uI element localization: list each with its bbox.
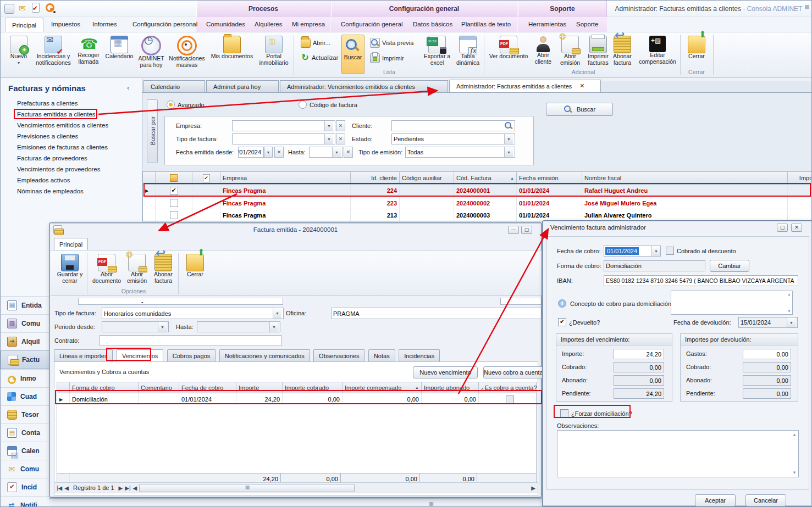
incidencias-notificaciones-button[interactable]: Incidencias y notificaciones: [34, 36, 73, 66]
tab-incidencias[interactable]: Incidencias: [399, 349, 440, 362]
abonado-devolucion-input[interactable]: 0,00: [743, 375, 791, 386]
chevron-down-icon[interactable]: ▼: [651, 246, 660, 256]
cancelar-button[interactable]: Cancelar: [745, 494, 786, 506]
doc-tab-adminet-hoy[interactable]: Adminet para hoy: [206, 80, 279, 92]
fecha-desde-input[interactable]: 01/01/2024: [238, 147, 264, 158]
ribbon-tab-mi-empresa[interactable]: Mi empresa: [285, 17, 332, 31]
abrir-emision-button[interactable]: Abrir emisión: [557, 36, 583, 66]
navigator-scrollbar-thumb[interactable]: [139, 484, 355, 492]
ribbon-tab-soporte[interactable]: Soporte: [570, 17, 605, 31]
sidebar-item-facturas-proveedores[interactable]: Facturas de proveedores: [17, 154, 87, 163]
empresa-clear-button[interactable]: ✕: [336, 120, 345, 131]
chevron-down-icon[interactable]: ▼: [273, 308, 281, 319]
sidebar-item-prefacturas[interactable]: Prefacturas a clientes: [17, 99, 78, 108]
last-record-icon[interactable]: ▶|: [125, 485, 130, 491]
fecha-desde-clear-button[interactable]: ✕: [274, 147, 284, 158]
chevron-down-icon[interactable]: ▼: [324, 121, 333, 131]
ribbon-tab-herramientas[interactable]: Herramientas: [522, 17, 573, 31]
row-checkbox[interactable]: [156, 197, 192, 209]
buscar-por-side-tab[interactable]: Buscar por: [147, 99, 158, 163]
scroll-up-icon[interactable]: ▲: [787, 292, 791, 296]
tab-observaciones[interactable]: Observaciones: [313, 349, 364, 362]
table-row[interactable]: Fincas Pragma 213 2024000003 01/01/2024 …: [142, 209, 812, 221]
abrir-button[interactable]: Abrir...: [301, 38, 330, 48]
pendiente-input[interactable]: 24,20: [614, 388, 664, 399]
tab-notificaciones[interactable]: Notificaciones y comunicados: [219, 349, 310, 362]
abonar-factura-button[interactable]: Abonar factura: [609, 36, 636, 66]
contrato-input[interactable]: [100, 335, 281, 346]
portal-inmobiliario-button[interactable]: Portal inmobiliario: [257, 36, 291, 66]
doc-tab-calendario[interactable]: Calendario: [143, 80, 205, 92]
nuevo-button[interactable]: Nuevo▼: [5, 36, 32, 66]
abonar-factura-button[interactable]: Abonar factura: [151, 254, 176, 284]
mis-documentos-button[interactable]: Mis documentos: [208, 36, 256, 60]
col-codigo-auxiliar[interactable]: Código auxiliar: [400, 172, 454, 184]
cobrado-devolucion-input[interactable]: 0,00: [743, 362, 791, 372]
tasks-quick-icon[interactable]: ✔: [32, 3, 40, 13]
chevron-down-icon[interactable]: ▼: [504, 134, 513, 144]
notifications-quick-icon[interactable]: [46, 3, 54, 12]
abrir-emision-button[interactable]: Abrir emisión: [124, 254, 150, 284]
doc-tab-facturas-emitidas[interactable]: Administrador: Facturas emitidas a clien…: [449, 80, 601, 92]
pendiente-devolucion-input[interactable]: 0,00: [743, 388, 791, 399]
oficina-combo[interactable]: PRAGMA: [331, 308, 542, 319]
next-record-icon[interactable]: ▶: [119, 485, 123, 491]
ribbon-tab-impuestos[interactable]: Impuestos: [45, 17, 87, 31]
importe-input[interactable]: 24,20: [614, 349, 664, 359]
vista-previa-button[interactable]: Vista previa: [370, 38, 413, 48]
dialog-titlebar[interactable]: Factura emitida - 2024000001 — ▢: [49, 223, 542, 237]
chevron-down-icon[interactable]: ▼: [324, 134, 333, 144]
sidebar-item-emisiones[interactable]: Emisiones de facturas a clientes: [17, 143, 108, 152]
scroll-down-icon[interactable]: ▼: [787, 309, 791, 313]
ribbon-tab-configuracion-personal[interactable]: Configuración personal: [126, 17, 204, 31]
tabla-dinamica-button[interactable]: Tabla dinámica: [454, 36, 482, 66]
fecha-devolucion-input[interactable]: 15/01/2024▼: [738, 317, 798, 328]
hasta-clear-button[interactable]: ✕: [344, 147, 353, 158]
sidebar-item-previsiones[interactable]: Previsiones a clientes: [17, 132, 78, 141]
chevron-down-icon[interactable]: ▼: [504, 147, 513, 157]
empresa-combo[interactable]: ▼: [232, 120, 335, 131]
tab-lineas-importes[interactable]: Líneas e importes: [54, 349, 113, 362]
cerrar-dialog-toolbar-button[interactable]: Cerrar: [183, 254, 208, 278]
chevron-down-icon[interactable]: ▼: [332, 147, 341, 157]
sidebar-item-nominas[interactable]: Nóminas de empleados: [17, 187, 84, 196]
maximize-icon[interactable]: ▢: [521, 226, 532, 234]
row-checkbox[interactable]: [156, 209, 192, 221]
imprimir-button[interactable]: Imprimir: [370, 53, 404, 63]
ribbon-tab-informes[interactable]: Informes: [86, 17, 124, 31]
app-menu-icon[interactable]: [4, 4, 14, 14]
col-fecha-emision[interactable]: Fecha emisión: [517, 172, 582, 184]
scroll-up-icon[interactable]: ▲: [792, 432, 797, 437]
aceptar-button[interactable]: Aceptar: [695, 494, 736, 506]
observaciones-textarea[interactable]: ▲ ▼: [557, 430, 799, 477]
restore-icon[interactable]: ▢: [777, 224, 788, 232]
buscar-button[interactable]: Buscar: [546, 103, 613, 116]
ribbon-tab-alquileres[interactable]: Alquileres: [248, 17, 289, 31]
close-tab-icon[interactable]: ✕: [579, 82, 584, 90]
tipo-factura-combo[interactable]: ▼: [232, 133, 335, 144]
select-all-header[interactable]: [156, 172, 192, 184]
nuevo-cobro-button[interactable]: Nuevo cobro a cuenta: [483, 366, 544, 378]
cambiar-button[interactable]: Cambiar: [710, 260, 749, 272]
ribbon-tab-configuracion-general[interactable]: Configuración general: [334, 17, 410, 31]
tab-notas[interactable]: Notas: [368, 349, 395, 362]
scroll-down-icon[interactable]: ▼: [792, 470, 797, 475]
col-id-cliente[interactable]: Id. cliente: [351, 172, 400, 184]
close-icon[interactable]: ✕: [791, 224, 802, 232]
periodo-desde-combo[interactable]: ▼: [102, 321, 169, 332]
iban-input[interactable]: ES80 0182 1234 8710 3246 5479 ( BANCO BI…: [604, 275, 798, 286]
ver-documento-button[interactable]: Ver documento: [489, 36, 528, 60]
prev-record-icon[interactable]: ◀: [64, 485, 69, 491]
nuevo-vencimiento-button[interactable]: Nuevo vencimiento: [413, 366, 478, 378]
tipo-factura-combo[interactable]: Honorarios comunidades▼: [102, 308, 284, 319]
gastos-input[interactable]: 0,00: [743, 349, 791, 359]
col-empresa[interactable]: Empresa: [220, 172, 351, 184]
clipboard-header[interactable]: ✔: [192, 172, 220, 184]
fecha-cobro-input[interactable]: 01/01/2024▼: [604, 246, 661, 257]
mail-quick-icon[interactable]: ✉: [19, 3, 26, 13]
scroll-right-icon[interactable]: ▶: [531, 485, 535, 491]
col-cod-factura[interactable]: Cód. Factura▲: [454, 172, 517, 184]
radio-codigo-factura[interactable]: Código de factura: [299, 101, 357, 109]
exportar-excel-button[interactable]: Exportar a excel: [422, 36, 452, 66]
devuelto-checkbox[interactable]: ¿Devuelto?: [558, 318, 600, 326]
